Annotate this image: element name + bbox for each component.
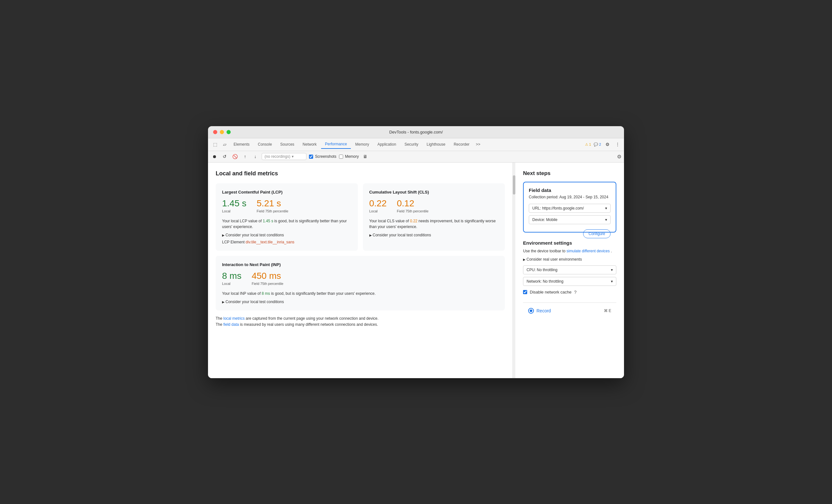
inp-field-label: Field 75th percentile [252, 282, 283, 286]
memory-checkbox-group: Memory [339, 154, 359, 159]
lcp-description: Your local LCP value of 1.45 s is good, … [222, 218, 352, 230]
tab-recorder[interactable]: Recorder [450, 140, 473, 149]
download-button[interactable]: ↓ [252, 153, 259, 160]
inp-field-group: 450 ms Field 75th percentile [252, 271, 283, 286]
screenshots-checkbox[interactable] [309, 155, 313, 159]
more-tabs-button[interactable]: >> [474, 141, 482, 148]
disable-cache-checkbox[interactable] [523, 290, 527, 294]
cls-card: Cumulative Layout Shift (CLS) 0.22 Local… [363, 183, 505, 251]
consider-real-link[interactable]: Consider real user environments [523, 257, 616, 262]
lcp-field-label: Field 75th percentile [257, 209, 288, 213]
screenshots-checkbox-group: Screenshots [309, 154, 336, 159]
inp-title: Interaction to Next Paint (INP) [222, 262, 498, 267]
screenshots-label: Screenshots [315, 154, 336, 159]
network-label: Network: No throttling [526, 279, 563, 284]
inp-description: Your local INP value of 8 ms is good, bu… [222, 291, 498, 296]
device-icon[interactable]: ▱ [220, 140, 229, 148]
cpu-dropdown-icon: ▾ [611, 268, 613, 272]
tab-console[interactable]: Console [254, 140, 276, 149]
reload-button[interactable]: ↺ [221, 153, 229, 160]
network-dropdown-icon: ▾ [611, 279, 613, 284]
cursor-icon[interactable]: ⬚ [211, 140, 220, 148]
main-toolbar: ⬚ ▱ Elements Console Sources Network Per… [208, 138, 624, 151]
memory-label: Memory [345, 154, 359, 159]
device-dropdown[interactable]: Device: Mobile ▾ [529, 215, 610, 224]
secondary-settings-icon[interactable]: ⚙ [617, 154, 621, 160]
url-label: URL: https://fonts.google.com/ [532, 206, 584, 211]
configure-button[interactable]: Configure [583, 229, 610, 238]
tab-network[interactable]: Network [299, 140, 320, 149]
titlebar: DevTools - fonts.google.com/ [208, 126, 624, 138]
local-metrics-link[interactable]: local metrics [223, 316, 245, 321]
settings-icon[interactable]: ⚙ [603, 140, 611, 148]
secondary-toolbar: ⏺ ↺ 🚫 ↑ ↓ (no recordings) ▾ Screenshots … [208, 151, 624, 163]
minimize-button[interactable] [220, 130, 224, 134]
device-dropdown-icon: ▾ [605, 217, 607, 222]
tab-elements[interactable]: Elements [230, 140, 253, 149]
inp-consider-link[interactable]: Consider your local test conditions [222, 299, 498, 304]
inp-local-group: 8 ms Local [222, 271, 241, 286]
record-circle-icon [528, 308, 534, 314]
traffic-lights [213, 130, 231, 134]
tab-memory[interactable]: Memory [352, 140, 373, 149]
network-dropdown[interactable]: Network: No throttling ▾ [523, 277, 616, 286]
device-label: Device: Mobile [532, 217, 557, 222]
cls-consider-link[interactable]: Consider your local test conditions [369, 233, 499, 237]
content-area: Local and field metrics Largest Contentf… [208, 163, 624, 378]
scrollbar-thumb[interactable] [513, 175, 515, 194]
recording-select[interactable]: (no recordings) ▾ [262, 153, 306, 160]
more-options-icon[interactable]: ⋮ [614, 140, 621, 148]
record-bar: Record ⌘ E [523, 302, 616, 317]
tab-performance[interactable]: Performance [321, 140, 351, 149]
record-shortcut: ⌘ E [604, 309, 611, 313]
monitor-icon[interactable]: 🖥 [361, 153, 369, 160]
upload-button[interactable]: ↑ [241, 153, 249, 160]
lcp-consider-link[interactable]: Consider your local test conditions [222, 233, 352, 237]
cls-title: Cumulative Layout Shift (CLS) [369, 190, 499, 194]
bottom-note-line1: The local metrics are captured from the … [216, 316, 505, 322]
cpu-dropdown[interactable]: CPU: No throttling ▾ [523, 265, 616, 274]
chat-icon: 💬 [594, 142, 598, 147]
cls-field-value: 0.12 [397, 199, 428, 208]
record-button[interactable]: Record [528, 308, 551, 314]
memory-checkbox[interactable] [339, 155, 343, 159]
lcp-title: Largest Contentful Paint (LCP) [222, 190, 352, 194]
cls-values: 0.22 Local 0.12 Field 75th percentile [369, 199, 499, 213]
url-dropdown[interactable]: URL: https://fonts.google.com/ ▾ [529, 204, 610, 213]
help-icon[interactable]: ? [574, 290, 577, 295]
tab-security[interactable]: Security [401, 140, 422, 149]
tab-lighthouse[interactable]: Lighthouse [423, 140, 449, 149]
scrollbar[interactable] [513, 163, 515, 378]
field-data-link[interactable]: field data [223, 322, 239, 327]
toolbar-right: ⚠ 1 💬 2 ⚙ ⋮ [585, 140, 621, 148]
lcp-card: Largest Contentful Paint (LCP) 1.45 s Lo… [216, 183, 358, 251]
tab-application[interactable]: Application [373, 140, 400, 149]
side-panel: Next steps Field data Collection period:… [515, 163, 624, 378]
bottom-note-line2: The field data is measured by real users… [216, 322, 505, 328]
clear-button[interactable]: 🚫 [231, 153, 239, 160]
url-dropdown-icon: ▾ [605, 206, 607, 211]
lcp-local-label: Local [222, 209, 246, 213]
lcp-local-group: 1.45 s Local [222, 199, 246, 213]
dropdown-icon: ▾ [292, 154, 294, 159]
inp-field-value: 450 ms [252, 271, 283, 281]
inp-local-value: 8 ms [222, 271, 241, 281]
record-label: Record [537, 308, 551, 313]
field-data-card: Field data Collection period: Aug 19, 20… [523, 182, 616, 233]
record-button[interactable]: ⏺ [211, 153, 218, 160]
cls-local-group: 0.22 Local [369, 199, 387, 213]
warning-badge[interactable]: ⚠ 1 [585, 142, 591, 147]
maximize-button[interactable] [227, 130, 231, 134]
env-description: Use the device toolbar to simulate diffe… [523, 248, 616, 254]
simulate-devices-link[interactable]: simulate different devices [567, 249, 609, 253]
cls-local-label: Local [369, 209, 387, 213]
info-badge[interactable]: 💬 2 [594, 142, 601, 147]
lcp-element-link[interactable]: div.tile__text.tile__inria_sans [246, 240, 294, 244]
env-settings: Environment settings Use the device tool… [523, 240, 616, 295]
close-button[interactable] [213, 130, 217, 134]
main-panel: Local and field metrics Largest Contentf… [208, 163, 513, 378]
tab-sources[interactable]: Sources [276, 140, 298, 149]
cls-field-label: Field 75th percentile [397, 209, 428, 213]
devtools-window: DevTools - fonts.google.com/ ⬚ ▱ Element… [208, 126, 624, 378]
window-title: DevTools - fonts.google.com/ [389, 130, 443, 134]
